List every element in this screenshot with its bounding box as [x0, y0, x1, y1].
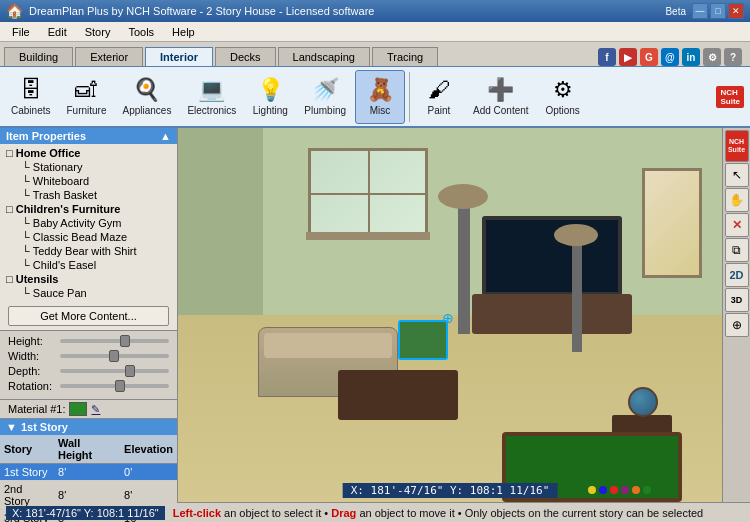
story-col-story: Story — [0, 435, 54, 464]
get-more-content-button[interactable]: Get More Content... — [8, 306, 169, 326]
email-button[interactable]: @ — [661, 48, 679, 66]
tab-interior[interactable]: Interior — [145, 47, 213, 66]
right-panel: NCHSuite ↖ ✋ ✕ ⧉ 2D 3D ⊕ — [722, 128, 750, 502]
tab-building[interactable]: Building — [4, 47, 73, 66]
menu-tools[interactable]: Tools — [120, 24, 162, 40]
lighting-label: Lighting — [253, 105, 288, 116]
width-slider[interactable] — [60, 354, 169, 358]
tab-decks[interactable]: Decks — [215, 47, 276, 66]
toolbar-add-content[interactable]: ➕ Add Content — [466, 70, 536, 124]
maximize-button[interactable]: □ — [710, 3, 726, 19]
tree-item-teddy-bear[interactable]: └ Teddy Bear with Shirt — [2, 244, 175, 258]
paint-icon: 🖌 — [428, 77, 450, 103]
hand-tool-button[interactable]: ✋ — [725, 188, 749, 212]
plumbing-icon: 🚿 — [312, 77, 339, 103]
selected-object[interactable] — [398, 320, 448, 360]
room-scene: X: 181'-47/16" Y: 108:1 11/16" — [178, 128, 722, 502]
cabinets-label: Cabinets — [11, 105, 50, 116]
globe — [628, 387, 658, 417]
story-panel-header: ▼ 1st Story — [0, 419, 177, 435]
3d-view-button[interactable]: 3D — [725, 288, 749, 312]
tree-item-stationary[interactable]: └ Stationary — [2, 160, 175, 174]
properties-sliders: Height: Width: Depth: Rotation: — [0, 331, 177, 400]
item-properties-panel: Item Properties ▲ □ Home Office └ Statio… — [0, 128, 177, 331]
window-title: DreamPlan Plus by NCH Software - 2 Story… — [29, 5, 374, 17]
menubar: File Edit Story Tools Help — [0, 22, 750, 42]
toolbar-paint[interactable]: 🖌 Paint — [414, 70, 464, 124]
viewport[interactable]: X: 181'-47/16" Y: 108:1 11/16" — [178, 128, 722, 502]
toolbar-misc[interactable]: 🧸 Misc — [355, 70, 405, 124]
electronics-icon: 💻 — [198, 77, 225, 103]
tree-group-utensils[interactable]: □ Utensils — [2, 272, 175, 286]
status-hint: Left-click an object to select it • Drag… — [173, 507, 703, 519]
toolbar-plumbing[interactable]: 🚿 Plumbing — [297, 70, 353, 124]
toolbar-cabinets[interactable]: 🗄 Cabinets — [4, 70, 57, 124]
material-edit-button[interactable]: ✎ — [91, 403, 100, 416]
delete-tool-button[interactable]: ✕ — [725, 213, 749, 237]
settings-icon-button[interactable]: ⚙ — [703, 48, 721, 66]
cursor-tool-button[interactable]: ↖ — [725, 163, 749, 187]
minimize-button[interactable]: — — [692, 3, 708, 19]
menu-file[interactable]: File — [4, 24, 38, 40]
item-properties-content[interactable]: □ Home Office └ Stationary └ Whiteboard … — [0, 144, 177, 302]
height-slider[interactable] — [60, 339, 169, 343]
floor-lamp-right — [572, 242, 582, 352]
story-collapse-icon[interactable]: ▼ — [6, 421, 17, 433]
story-row-1[interactable]: 1st Story 8' 0' — [0, 464, 177, 481]
material-color-swatch[interactable] — [69, 402, 87, 416]
options-icon: ⚙ — [553, 77, 573, 103]
tree-item-baby-gym[interactable]: └ Baby Activity Gym — [2, 216, 175, 230]
statusbar: X: 181'-47/16" Y: 108:1 11/16" Left-clic… — [0, 502, 750, 522]
misc-icon: 🧸 — [367, 77, 394, 103]
item-properties-header: Item Properties ▲ — [0, 128, 177, 144]
tree-item-bead-maze[interactable]: └ Classic Bead Maze — [2, 230, 175, 244]
tree-item-trash-basket[interactable]: └ Trash Basket — [2, 188, 175, 202]
google-button[interactable]: G — [640, 48, 658, 66]
tabbar: Building Exterior Interior Decks Landsca… — [0, 42, 750, 66]
toolbar-options[interactable]: ⚙ Options — [538, 70, 588, 124]
item-properties-scroll-up[interactable]: ▲ — [160, 130, 171, 142]
help-button[interactable]: ? — [724, 48, 742, 66]
toolbar-furniture[interactable]: 🛋 Furniture — [59, 70, 113, 124]
window-sill — [306, 232, 430, 240]
rotation-slider[interactable] — [60, 384, 169, 388]
tab-tracing[interactable]: Tracing — [372, 47, 438, 66]
story-1-height: 8' — [54, 464, 120, 481]
toolbar: 🗄 Cabinets 🛋 Furniture 🍳 Appliances 💻 El… — [0, 66, 750, 128]
left-click-label: Left-click — [173, 507, 221, 519]
2d-view-button[interactable]: 2D — [725, 263, 749, 287]
tab-exterior[interactable]: Exterior — [75, 47, 143, 66]
nch-suite-sidebar-button[interactable]: NCHSuite — [725, 130, 749, 162]
viewport-coords: X: 181'-47/16" Y: 108:1 11/16" — [343, 483, 558, 498]
tree-item-sauce-pan[interactable]: └ Sauce Pan — [2, 286, 175, 300]
zoom-button[interactable]: ⊕ — [725, 313, 749, 337]
plumbing-label: Plumbing — [304, 105, 346, 116]
depth-slider[interactable] — [60, 369, 169, 373]
menu-story[interactable]: Story — [77, 24, 119, 40]
tree-group-childrens-furniture[interactable]: □ Children's Furniture — [2, 202, 175, 216]
height-label: Height: — [8, 335, 56, 347]
facebook-button[interactable]: f — [598, 48, 616, 66]
toolbar-lighting[interactable]: 💡 Lighting — [245, 70, 295, 124]
toolbar-electronics[interactable]: 💻 Electronics — [180, 70, 243, 124]
story-1-name: 1st Story — [0, 464, 54, 481]
material-label: Material #1: — [8, 403, 65, 415]
youtube-button[interactable]: ▶ — [619, 48, 637, 66]
nch-suite-button[interactable]: NCHSuite — [716, 86, 744, 108]
toolbar-separator — [409, 72, 410, 122]
paint-label: Paint — [428, 105, 451, 116]
add-content-icon: ➕ — [487, 77, 514, 103]
menu-edit[interactable]: Edit — [40, 24, 75, 40]
close-button[interactable]: ✕ — [728, 3, 744, 19]
lighting-icon: 💡 — [257, 77, 284, 103]
menu-help[interactable]: Help — [164, 24, 203, 40]
tree-group-home-office[interactable]: □ Home Office — [2, 146, 175, 160]
toolbar-appliances[interactable]: 🍳 Appliances — [115, 70, 178, 124]
tab-landscaping[interactable]: Landscaping — [278, 47, 370, 66]
tree-item-easel[interactable]: └ Child's Easel — [2, 258, 175, 272]
social-icons: f ▶ G @ in ⚙ ? — [598, 48, 746, 66]
linkedin-button[interactable]: in — [682, 48, 700, 66]
tree-item-whiteboard[interactable]: └ Whiteboard — [2, 174, 175, 188]
copy-tool-button[interactable]: ⧉ — [725, 238, 749, 262]
tv-stand — [472, 294, 632, 334]
